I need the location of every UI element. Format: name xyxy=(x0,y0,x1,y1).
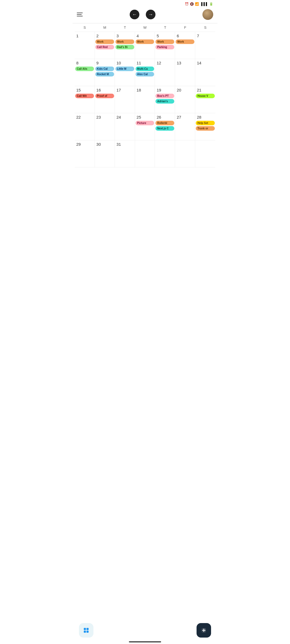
event-chip[interactable]: Call Red xyxy=(95,45,114,49)
weekday-sun: S xyxy=(75,25,95,30)
day-cell[interactable]: 1 xyxy=(75,32,95,59)
event-chip[interactable]: Call Alis xyxy=(75,67,94,71)
status-bar: ⏰ 🔇 📶 ▐▐▐ 🔋 xyxy=(73,0,218,7)
event-chip[interactable]: Dad's Bi xyxy=(115,45,134,49)
day-cell[interactable] xyxy=(175,140,195,167)
event-chip[interactable]: Trunk or xyxy=(196,126,215,131)
day-cell[interactable]: 12 xyxy=(155,59,175,86)
event-chip[interactable]: Next.js C xyxy=(155,126,174,131)
event-chip[interactable]: Proof of xyxy=(95,94,114,98)
event-chip[interactable]: Call Wit xyxy=(75,94,94,98)
day-cell[interactable]: 28Help SetTrunk or xyxy=(195,113,215,140)
day-number: 29 xyxy=(75,141,94,147)
weekday-fri: F xyxy=(175,25,195,30)
day-number: 12 xyxy=(155,60,174,66)
day-cell[interactable]: 9Kids CalRocket M xyxy=(95,59,115,86)
event-chip[interactable]: Rocket M xyxy=(95,72,114,76)
day-number: 3 xyxy=(115,33,134,39)
event-chip[interactable]: Little M xyxy=(115,67,134,71)
day-events: Boo's PTAdrian's xyxy=(155,94,174,104)
day-cell[interactable]: 19Boo's PTAdrian's xyxy=(155,86,175,113)
day-number: 19 xyxy=(155,87,174,93)
day-number: 22 xyxy=(75,114,94,120)
day-cell[interactable]: 23 xyxy=(95,113,115,140)
day-number: 9 xyxy=(95,60,114,66)
day-cell[interactable] xyxy=(135,140,155,167)
menu-button[interactable] xyxy=(77,13,83,16)
day-number: 28 xyxy=(196,114,215,120)
day-number: 20 xyxy=(176,87,194,93)
day-cell[interactable] xyxy=(195,140,215,167)
day-cell[interactable]: 15Call Wit xyxy=(75,86,95,113)
calendar: S M T W T F S 12WorkCall Red3WorkDad's B… xyxy=(73,23,218,167)
day-cell[interactable]: 17 xyxy=(115,86,135,113)
day-number: 21 xyxy=(196,87,215,93)
day-number: 30 xyxy=(95,141,114,147)
day-cell[interactable]: 6Work xyxy=(175,32,195,59)
battery-icon: 🔋 xyxy=(209,2,213,6)
day-cell[interactable]: 20 xyxy=(175,86,195,113)
event-chip[interactable]: House V xyxy=(196,94,215,98)
weekday-mon: M xyxy=(95,25,115,30)
week-row-3: 15Call Wit16Proof of171819Boo's PTAdrian… xyxy=(75,86,215,113)
day-number: 31 xyxy=(115,141,134,147)
avatar[interactable] xyxy=(202,9,213,20)
day-cell[interactable]: 2WorkCall Red xyxy=(95,32,115,59)
day-cell[interactable]: 21House V xyxy=(195,86,215,113)
day-number: 8 xyxy=(75,60,94,66)
day-cell[interactable]: 11Multi-CaAlex Cal xyxy=(135,59,155,86)
day-cell[interactable]: 30 xyxy=(95,140,115,167)
day-cell[interactable]: 18 xyxy=(135,86,155,113)
status-icons: ⏰ 🔇 📶 ▐▐▐ 🔋 xyxy=(185,2,213,6)
day-events: Call Wit xyxy=(75,94,94,98)
event-chip[interactable]: Boo's PT xyxy=(155,94,174,98)
event-chip[interactable]: Parking xyxy=(155,45,174,49)
day-cell[interactable]: 29 xyxy=(75,140,95,167)
event-chip[interactable]: Adrian's xyxy=(155,99,174,104)
day-cell[interactable]: 5WorkParking xyxy=(155,32,175,59)
wifi-icon: 📶 xyxy=(195,2,199,6)
event-chip[interactable]: Work xyxy=(136,39,154,44)
prev-month-button[interactable]: ← xyxy=(130,10,139,19)
event-chip[interactable]: Work xyxy=(176,39,194,44)
next-month-button[interactable]: → xyxy=(146,10,155,19)
week-row-2: 8Call Alis9Kids CalRocket M10Little M11M… xyxy=(75,59,215,86)
day-cell[interactable]: 26RollerblNext.js C xyxy=(155,113,175,140)
event-chip[interactable]: Multi-Ca xyxy=(136,67,154,71)
day-events: Help SetTrunk or xyxy=(196,121,215,131)
day-events: Multi-CaAlex Cal xyxy=(136,67,154,76)
day-cell[interactable]: 25Picture xyxy=(135,113,155,140)
event-chip[interactable]: Kids Cal xyxy=(95,67,114,71)
event-chip[interactable]: Work xyxy=(155,39,174,44)
day-cell[interactable]: 4Work xyxy=(135,32,155,59)
day-cell[interactable]: 13 xyxy=(175,59,195,86)
day-cell[interactable]: 16Proof of xyxy=(95,86,115,113)
day-number: 17 xyxy=(115,87,134,93)
day-cell[interactable]: 3WorkDad's Bi xyxy=(115,32,135,59)
day-cell[interactable] xyxy=(155,140,175,167)
mute-icon: 🔇 xyxy=(190,2,194,6)
day-cell[interactable]: 14 xyxy=(195,59,215,86)
day-events: Little M xyxy=(115,67,134,71)
day-cell[interactable]: 10Little M xyxy=(115,59,135,86)
week-row-1: 12WorkCall Red3WorkDad's Bi4Work5WorkPar… xyxy=(75,32,215,59)
event-chip[interactable]: Help Set xyxy=(196,121,215,125)
event-chip[interactable]: Work xyxy=(95,39,114,44)
weekday-thu: T xyxy=(155,25,175,30)
day-number: 1 xyxy=(75,33,94,39)
day-cell[interactable]: 7 xyxy=(195,32,215,59)
day-number: 11 xyxy=(136,60,154,66)
event-chip[interactable]: Alex Cal xyxy=(136,72,154,76)
day-cell[interactable]: 22 xyxy=(75,113,95,140)
day-cell[interactable]: 27 xyxy=(175,113,195,140)
day-cell[interactable]: 31 xyxy=(115,140,135,167)
day-events: Call Alis xyxy=(75,67,94,71)
week-row-4: 22232425Picture26RollerblNext.js C2728He… xyxy=(75,113,215,140)
event-chip[interactable]: Picture xyxy=(136,121,154,125)
day-cell[interactable]: 8Call Alis xyxy=(75,59,95,86)
day-cell[interactable]: 24 xyxy=(115,113,135,140)
event-chip[interactable]: Rollerbl xyxy=(155,121,174,125)
day-events: RollerblNext.js C xyxy=(155,121,174,131)
avatar-image xyxy=(202,9,213,20)
event-chip[interactable]: Work xyxy=(115,39,134,44)
